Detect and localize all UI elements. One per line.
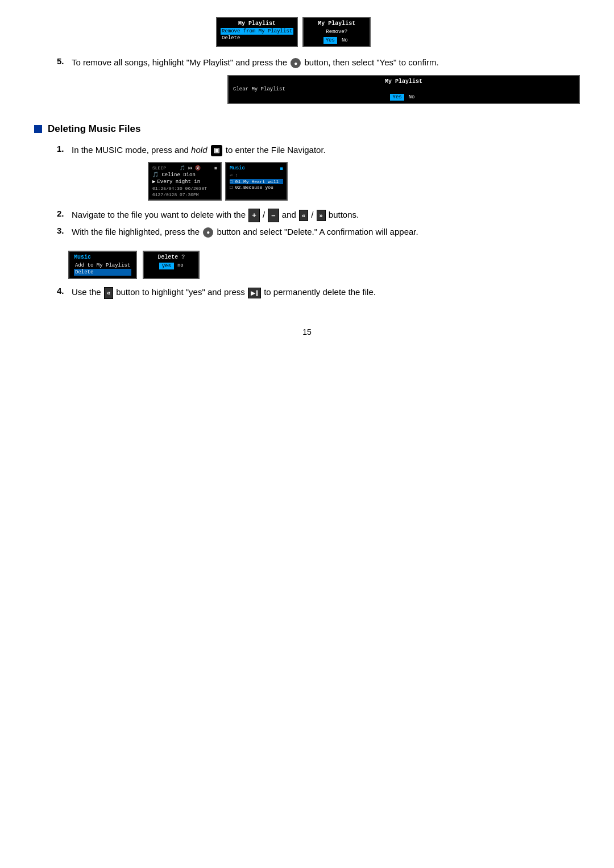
delete-confirm-screen: Delete ? yes no — [143, 251, 200, 279]
nav-right-screen: Music ◼ ⏎ ↑ □ 01.My Heart will □ 02.Beca… — [225, 162, 288, 201]
remove-confirm-screen: My Playlist Remove? Yes No — [302, 17, 371, 47]
playlist-menu-screen: My Playlist Remove from My Playlist Dele… — [216, 17, 298, 47]
nav-left-screen: SLEEP 🎵 ⏮ 🔇 ◼ 🎵 Celine Dion ▶ Every nigh… — [148, 162, 222, 201]
nav-right-icon: ◼ — [280, 165, 283, 172]
delete-question: Delete ? — [148, 254, 194, 260]
nav-file2: □ 02.Because you — [230, 185, 283, 190]
clear-item: Clear My Playlist — [232, 86, 575, 93]
section-bullet-icon — [34, 125, 42, 133]
clear-playlist-screen: My Playlist Clear My Playlist Yes No — [227, 75, 580, 104]
music-menu-screen: Music Add to My Playlist Delete — [68, 251, 137, 279]
no-button: No — [339, 37, 350, 44]
step1-suffix: to enter the File Navigator. — [226, 145, 326, 155]
step2-row: 2. Navigate to the file you want to dele… — [57, 209, 580, 222]
step2-text: Navigate to the file you want to delete … — [72, 209, 359, 222]
step4-text: Use the « button to highlight "yes" and … — [72, 286, 376, 299]
step5-row: 5. To remove all songs, highlight "My Pl… — [57, 56, 580, 69]
nav-icons: 🎵 ⏮ 🔇 — [180, 165, 201, 171]
step5-number: 5. — [57, 56, 68, 66]
file-navigator-screenshots: SLEEP 🎵 ⏮ 🔇 ◼ 🎵 Celine Dion ▶ Every nigh… — [148, 162, 580, 201]
page-content: My Playlist Remove from My Playlist Dele… — [34, 17, 580, 305]
nav-file1: □ 01.My Heart will — [230, 179, 283, 184]
sleep-label: SLEEP — [152, 165, 166, 171]
forward-button-icon: » — [317, 210, 326, 222]
mode-icon: ◼ — [214, 165, 217, 171]
step5-text-suffix: button, then select "Yes" to confirm. — [305, 57, 439, 67]
nav-time2: 0127/0128 07:30PM — [152, 192, 217, 197]
step1-text: In the MUSIC mode, press and hold ▣ to e… — [72, 144, 326, 157]
rewind-button-icon: « — [299, 210, 308, 222]
delete-confirmation-screenshots: Music Add to My Playlist Delete Delete ?… — [68, 251, 580, 279]
minus-button-icon: – — [268, 209, 279, 222]
delete-no-button: no — [177, 263, 184, 269]
music-menu-title: Music — [74, 254, 131, 260]
delete-yes-button: yes — [159, 263, 174, 269]
step5-screenshots: My Playlist Remove from My Playlist Dele… — [216, 17, 580, 47]
playlist-title2: My Playlist — [307, 20, 366, 27]
play-icon: ▶ — [152, 178, 155, 185]
and-label: and — [282, 210, 298, 219]
page-number: 15 — [34, 327, 580, 337]
playlist-title: My Playlist — [221, 20, 293, 27]
step5-text: To remove all songs, highlight "My Playl… — [72, 56, 439, 69]
step3-row: 3. With the file highlighted, press the … — [57, 226, 580, 239]
step2-number: 2. — [57, 209, 68, 218]
clear-buttons: Yes No — [232, 94, 575, 101]
step1-prefix: In the MUSIC mode, press and — [72, 145, 189, 155]
step3-number: 3. — [57, 226, 68, 235]
clear-playlist-screenshot: My Playlist Clear My Playlist Yes No — [227, 75, 580, 104]
music-label: Music — [230, 165, 245, 172]
yes-button: Yes — [323, 37, 337, 44]
plus-button-icon: + — [248, 209, 260, 222]
play-pause-button-icon: ▶‖ — [248, 288, 261, 298]
step1-number: 1. — [57, 144, 68, 153]
circle-button-icon2: ● — [203, 227, 213, 238]
add-to-playlist-item: Add to My Playlist — [74, 262, 131, 269]
step3-text: With the file highlighted, press the ● b… — [72, 226, 418, 239]
clear-yes-button: Yes — [390, 94, 404, 101]
nav-right-title: Music ◼ — [230, 165, 283, 172]
deleting-section-header: Deleting Music Files — [34, 123, 580, 135]
nav-time1: 01:25/04:30 06/2038T — [152, 186, 217, 191]
remove-item: Remove from My Playlist — [221, 28, 293, 35]
section-title: Deleting Music Files — [48, 123, 140, 135]
nav-folder-icons: ⏎ ↑ — [230, 173, 283, 178]
hold-button-icon: ▣ — [211, 145, 222, 156]
song-name: Every night in — [157, 179, 200, 185]
nav-artist: 🎵 Celine Dion — [152, 172, 217, 178]
step4-number: 4. — [57, 286, 68, 296]
nav-playing: ▶ Every night in — [152, 178, 217, 185]
step1-row: 1. In the MUSIC mode, press and hold ▣ t… — [57, 144, 580, 157]
remove-question: Remove? — [307, 28, 366, 36]
remove-buttons: Yes No — [307, 37, 366, 44]
delete-buttons: yes no — [148, 263, 194, 269]
nav-status-bar: SLEEP 🎵 ⏮ 🔇 ◼ — [152, 165, 217, 171]
delete-menu-item: Delete — [74, 269, 131, 276]
step5-text-prefix: To remove all songs, highlight "My Playl… — [72, 57, 287, 67]
rewind-button-icon2: « — [104, 287, 113, 299]
step1-italic: hold — [191, 145, 207, 155]
delete-item: Delete — [221, 35, 293, 41]
circle-button-icon: ● — [291, 58, 301, 68]
clear-playlist-title: My Playlist — [232, 78, 575, 85]
clear-no-button: No — [406, 94, 417, 101]
step4-row: 4. Use the « button to highlight "yes" a… — [57, 286, 580, 299]
